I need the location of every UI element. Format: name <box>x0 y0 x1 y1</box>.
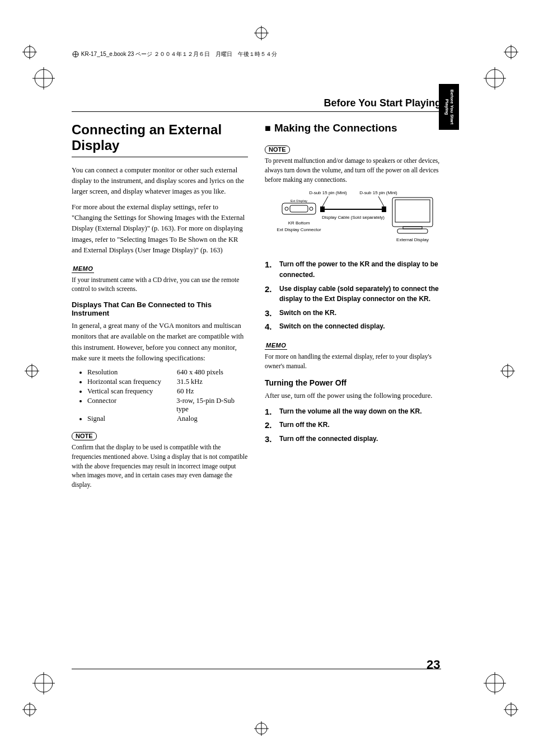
step-item: Turn off the KR. <box>265 420 441 430</box>
svg-text:Ext Display Connector: Ext Display Connector <box>277 227 321 232</box>
step-item: Use display cable (sold separately) to c… <box>265 284 441 304</box>
spec-label: Horizontal scan frequency <box>87 378 177 386</box>
right-column: ■Making the Connections NOTE To prevent … <box>265 122 441 494</box>
spec-label: Signal <box>87 415 177 423</box>
svg-rect-52 <box>395 200 430 222</box>
spec-item: Resolution640 x 480 pixels <box>87 368 248 377</box>
svg-point-40 <box>285 207 288 210</box>
step-item: Switch on the KR. <box>265 308 441 318</box>
registration-mark-icon <box>25 364 39 378</box>
svg-rect-53 <box>403 227 422 229</box>
left-column: Connecting an External Display You can c… <box>72 122 248 494</box>
power-off-intro: After use, turn off the power using the … <box>265 391 441 401</box>
svg-text:D-sub 15 pin (Mini): D-sub 15 pin (Mini) <box>359 190 397 195</box>
svg-rect-48 <box>382 206 386 212</box>
note-icon: NOTE <box>72 432 97 440</box>
spec-value: 640 x 480 pixels <box>177 368 223 377</box>
registration-mark-icon <box>504 45 518 59</box>
square-bullet-icon: ■ <box>265 123 271 134</box>
svg-rect-39 <box>282 203 316 214</box>
specs-intro: In general, a great many of the VGA moni… <box>72 321 248 364</box>
registration-mark-icon <box>22 45 37 59</box>
spec-item: Vertical scan frequency60 Hz <box>87 387 248 396</box>
side-tab: Before You Start Playing <box>439 84 459 130</box>
svg-rect-47 <box>320 206 325 212</box>
svg-text:KR Bottom: KR Bottom <box>288 220 310 226</box>
spec-value: 3-row, 15-pin D-Sub type <box>176 397 248 414</box>
svg-line-46 <box>378 196 384 206</box>
spec-value: Analog <box>177 415 198 423</box>
memo-icon: MEMO <box>265 342 287 350</box>
section-header: Before You Start Playing <box>72 97 441 112</box>
spec-item: Horizontal scan frequency31.5 kHz <box>87 378 248 386</box>
registration-mark-icon <box>22 702 37 717</box>
spec-item: SignalAnalog <box>87 415 248 423</box>
svg-point-41 <box>310 207 313 210</box>
main-title: Connecting an External Display <box>72 122 248 157</box>
registration-mark-icon <box>500 364 515 378</box>
book-header-text: KR-17_15_e.book 23 ページ ２００４年１２月６日 月曜日 午後… <box>81 51 277 57</box>
title-text: Making the Connections <box>274 122 397 134</box>
memo-text: If your instrument came with a CD drive,… <box>72 275 248 294</box>
page-number: 23 <box>427 658 440 672</box>
note-icon: NOTE <box>265 145 290 154</box>
intro-paragraph-1: You can connect a computer monitor or ot… <box>72 165 248 198</box>
svg-text:Display Cable (Sold separately: Display Cable (Sold separately) <box>321 215 384 220</box>
making-connections-title: ■Making the Connections <box>265 122 441 134</box>
spec-label: Resolution <box>87 368 177 377</box>
svg-text:D-sub 15 pin (Mini): D-sub 15 pin (Mini) <box>309 190 347 195</box>
crop-mark-icon <box>32 672 55 694</box>
memo-icon: MEMO <box>72 265 94 273</box>
steps-list-2: Turn the volume all the way down on the … <box>265 406 441 444</box>
connection-diagram: Ext Display D-sub 15 pin (Mini) D-sub 15… <box>265 190 441 251</box>
crop-mark-icon <box>484 672 506 694</box>
registration-mark-icon <box>254 26 269 40</box>
specs-list: Resolution640 x 480 pixels Horizontal sc… <box>72 368 248 423</box>
intro-paragraph-2: For more about the external display sett… <box>72 202 248 256</box>
spec-value: 60 Hz <box>177 387 194 396</box>
power-off-title: Turning the Power Off <box>265 378 441 387</box>
spec-label: Vertical scan frequency <box>87 387 177 396</box>
specs-title: Displays That Can Be Connected to This I… <box>72 300 248 317</box>
step-item: Switch on the connected display. <box>265 321 441 332</box>
svg-text:External Display: External Display <box>396 237 429 242</box>
crop-mark-icon <box>32 67 55 90</box>
note-text-right: To prevent malfunction and/or damage to … <box>265 156 441 184</box>
book-header: KR-17_15_e.book 23 ページ ２００４年１２月６日 月曜日 午後… <box>72 50 441 58</box>
svg-rect-54 <box>397 229 428 233</box>
spec-item: Connector3-row, 15-pin D-Sub type <box>87 397 248 414</box>
step-item: Turn off the connected display. <box>265 434 441 444</box>
svg-rect-42 <box>290 205 308 212</box>
ext-display-label: Ext Display <box>290 199 307 203</box>
steps-list-1: Turn off the power to the KR and the dis… <box>265 259 441 332</box>
step-item: Turn the volume all the way down on the … <box>265 406 441 417</box>
spec-value: 31.5 kHz <box>177 378 203 386</box>
registration-mark-icon <box>504 702 518 717</box>
registration-mark-icon <box>254 721 269 736</box>
note-text: Confirm that the display to be used is c… <box>72 443 248 489</box>
spec-label: Connector <box>87 397 176 414</box>
crop-mark-icon <box>484 67 506 90</box>
footer-rule <box>72 669 441 669</box>
svg-line-45 <box>322 196 328 206</box>
memo-text-right: For more on handling the external displa… <box>265 352 441 370</box>
step-item: Turn off the power to the KR and the dis… <box>265 259 441 280</box>
page-content: KR-17_15_e.book 23 ページ ２００４年１２月６日 月曜日 午後… <box>72 50 441 494</box>
